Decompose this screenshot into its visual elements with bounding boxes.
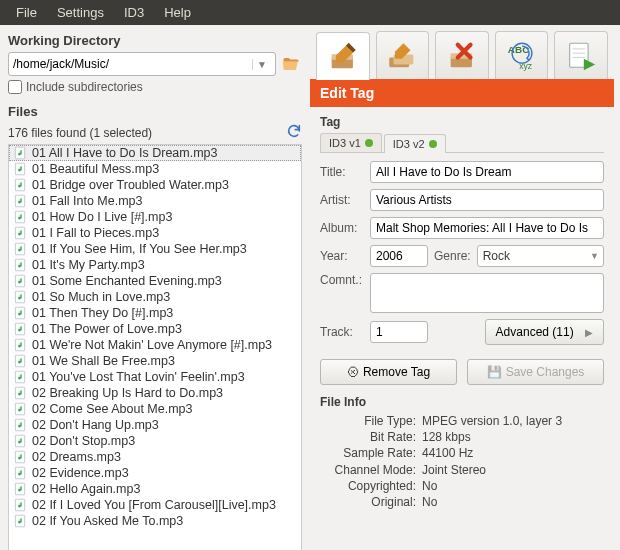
- genre-label: Genre:: [434, 249, 471, 263]
- tab-id3v2[interactable]: ID3 v2: [384, 134, 446, 153]
- file-name: 02 Come See About Me.mp3: [32, 402, 193, 416]
- working-directory-input[interactable]: [13, 57, 252, 71]
- music-file-icon: [13, 450, 27, 464]
- tool-tab-remove[interactable]: [435, 31, 489, 79]
- menu-bar: File Settings ID3 Help: [0, 0, 620, 25]
- refresh-button[interactable]: [286, 123, 302, 142]
- file-name: 02 Evidence.mp3: [32, 466, 129, 480]
- file-row[interactable]: 01 How Do I Live [#].mp3: [9, 209, 301, 225]
- file-info-value: MPEG version 1.0, layer 3: [422, 413, 604, 429]
- file-row[interactable]: 01 I Fall to Pieces.mp3: [9, 225, 301, 241]
- file-row[interactable]: 02 Breaking Up Is Hard to Do.mp3: [9, 385, 301, 401]
- comment-input[interactable]: [370, 273, 604, 313]
- working-directory-combo[interactable]: ▼: [8, 52, 276, 76]
- file-row[interactable]: 01 So Much in Love.mp3: [9, 289, 301, 305]
- include-subdirectories-input[interactable]: [8, 80, 22, 94]
- tab-id3v1[interactable]: ID3 v1: [320, 133, 382, 152]
- music-file-icon: [13, 194, 27, 208]
- file-name: 01 We're Not Makin' Love Anymore [#].mp3: [32, 338, 272, 352]
- tag-section-label: Tag: [320, 115, 604, 129]
- file-name: 02 If I Loved You [From Carousel][Live].…: [32, 498, 276, 512]
- music-file-icon: [13, 242, 27, 256]
- menu-file[interactable]: File: [6, 2, 47, 23]
- file-row[interactable]: 02 Evidence.mp3: [9, 465, 301, 481]
- year-input[interactable]: [370, 245, 428, 267]
- file-row[interactable]: 02 If I Loved You [From Carousel][Live].…: [9, 497, 301, 513]
- advanced-button[interactable]: Advanced (11) ▶: [485, 319, 604, 345]
- file-name: 02 Don't Stop.mp3: [32, 434, 135, 448]
- file-info-value: 128 kbps: [422, 429, 604, 445]
- file-row[interactable]: 02 Come See About Me.mp3: [9, 401, 301, 417]
- music-file-icon: [13, 370, 27, 384]
- svg-text:xyz: xyz: [519, 60, 532, 70]
- year-label: Year:: [320, 249, 364, 263]
- track-label: Track:: [320, 325, 364, 339]
- title-input[interactable]: [370, 161, 604, 183]
- file-list[interactable]: 01 All I Have to Do Is Dream.mp301 Beaut…: [8, 144, 302, 550]
- music-file-icon: [13, 146, 27, 160]
- file-name: 02 Hello Again.mp3: [32, 482, 140, 496]
- menu-settings[interactable]: Settings: [47, 2, 114, 23]
- file-row[interactable]: 02 Dreams.mp3: [9, 449, 301, 465]
- file-row[interactable]: 01 The Power of Love.mp3: [9, 321, 301, 337]
- file-name: 01 Beautiful Mess.mp3: [32, 162, 159, 176]
- file-row[interactable]: 01 We Shall Be Free.mp3: [9, 353, 301, 369]
- file-row[interactable]: 01 Bridge over Troubled Water.mp3: [9, 177, 301, 193]
- remove-icon: ⮾: [347, 365, 359, 379]
- file-row[interactable]: 01 Some Enchanted Evening.mp3: [9, 273, 301, 289]
- chevron-down-icon: ▼: [590, 251, 599, 261]
- music-file-icon: [13, 290, 27, 304]
- open-folder-button[interactable]: [280, 53, 302, 75]
- file-info-key: Copyrighted:: [320, 478, 416, 494]
- file-row[interactable]: 01 It's My Party.mp3: [9, 257, 301, 273]
- file-row[interactable]: 02 Don't Hang Up.mp3: [9, 417, 301, 433]
- tool-tab-rename[interactable]: ABCxyz: [495, 31, 549, 79]
- music-file-icon: [13, 466, 27, 480]
- chevron-down-icon[interactable]: ▼: [252, 59, 271, 70]
- file-info-table: File Type:MPEG version 1.0, layer 3Bit R…: [320, 413, 604, 510]
- tool-tab-edit[interactable]: [316, 32, 370, 80]
- file-info-key: Sample Rate:: [320, 445, 416, 461]
- genre-select[interactable]: Rock▼: [477, 245, 604, 267]
- file-row[interactable]: 02 Hello Again.mp3: [9, 481, 301, 497]
- file-name: 01 Then They Do [#].mp3: [32, 306, 173, 320]
- panel-title: Edit Tag: [310, 79, 614, 107]
- include-subdirectories-checkbox[interactable]: Include subdirectories: [8, 80, 302, 94]
- artist-input[interactable]: [370, 189, 604, 211]
- tool-tab-multi[interactable]: [376, 31, 430, 79]
- menu-help[interactable]: Help: [154, 2, 201, 23]
- music-file-icon: [13, 338, 27, 352]
- menu-id3[interactable]: ID3: [114, 2, 154, 23]
- comment-label: Comnt.:: [320, 273, 364, 287]
- tool-tab-bar: ABCxyz: [310, 31, 614, 80]
- file-row[interactable]: 01 Fall Into Me.mp3: [9, 193, 301, 209]
- title-label: Title:: [320, 165, 364, 179]
- music-file-icon: [13, 386, 27, 400]
- file-row[interactable]: 01 All I Have to Do Is Dream.mp3: [9, 145, 301, 161]
- file-row[interactable]: 01 Beautiful Mess.mp3: [9, 161, 301, 177]
- artist-label: Artist:: [320, 193, 364, 207]
- file-name: 02 Dreams.mp3: [32, 450, 121, 464]
- file-info-value: 44100 Hz: [422, 445, 604, 461]
- files-status: 176 files found (1 selected): [8, 126, 152, 140]
- remove-tag-button[interactable]: ⮾Remove Tag: [320, 359, 457, 385]
- file-row[interactable]: 01 If You See Him, If You See Her.mp3: [9, 241, 301, 257]
- file-name: 02 Don't Hang Up.mp3: [32, 418, 159, 432]
- file-info-key: File Type:: [320, 413, 416, 429]
- file-row[interactable]: 02 Don't Stop.mp3: [9, 433, 301, 449]
- file-row[interactable]: 01 Then They Do [#].mp3: [9, 305, 301, 321]
- file-row[interactable]: 01 We're Not Makin' Love Anymore [#].mp3: [9, 337, 301, 353]
- tool-tab-playlist[interactable]: [554, 31, 608, 79]
- track-input[interactable]: [370, 321, 428, 343]
- file-row[interactable]: 02 If You Asked Me To.mp3: [9, 513, 301, 529]
- music-file-icon: [13, 498, 27, 512]
- file-row[interactable]: 01 You've Lost That Lovin' Feelin'.mp3: [9, 369, 301, 385]
- file-info-key: Channel Mode:: [320, 462, 416, 478]
- file-name: 01 Some Enchanted Evening.mp3: [32, 274, 222, 288]
- file-info-value: No: [422, 494, 604, 510]
- album-input[interactable]: [370, 217, 604, 239]
- save-changes-button[interactable]: 💾Save Changes: [467, 359, 604, 385]
- file-name: 02 If You Asked Me To.mp3: [32, 514, 183, 528]
- music-file-icon: [13, 178, 27, 192]
- music-file-icon: [13, 354, 27, 368]
